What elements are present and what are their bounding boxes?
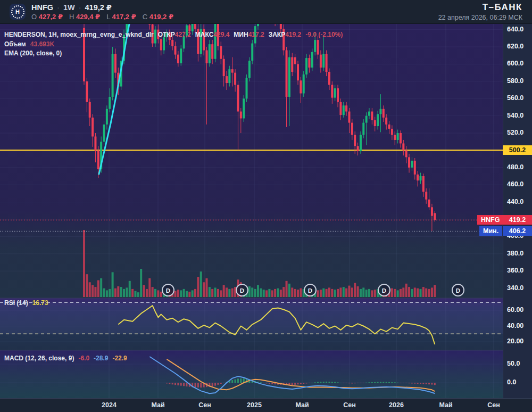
price-tick-label: 620.0: [503, 43, 532, 50]
volume-bar: [214, 287, 217, 297]
volume-bar: [106, 290, 108, 297]
macd-histogram-bar: [271, 383, 273, 384]
volume-legend-row[interactable]: Объем 43.693K: [4, 40, 54, 48]
volume-bar: [362, 287, 364, 297]
time-tick-label: 2024: [102, 401, 117, 409]
candle-body: [354, 135, 356, 146]
volume-bar: [280, 290, 282, 297]
volume-bar: [394, 289, 396, 297]
candle-body: [345, 105, 347, 111]
volume-bar: [203, 282, 205, 297]
volume-bar: [103, 289, 105, 297]
low-field-label: МИН: [234, 31, 248, 38]
macd-histogram-bar: [169, 383, 170, 384]
macd-histogram-bar: [369, 382, 370, 383]
candle-body: [180, 48, 182, 63]
volume-bar: [92, 285, 94, 297]
macd-tick-label: 0.0: [503, 378, 532, 386]
candle-body: [351, 123, 353, 135]
price-tick-label: 440.0: [503, 198, 532, 205]
volume-bar: [348, 286, 350, 297]
volume-bar: [391, 289, 393, 297]
candle-body: [112, 54, 114, 97]
volume-bar: [192, 290, 194, 297]
macd-line-value: -28.9: [94, 355, 108, 362]
candle-body: [343, 105, 345, 115]
volume-bar: [434, 285, 436, 297]
macd-histogram-bar: [391, 382, 393, 383]
volume-value: 43.693K: [30, 40, 54, 48]
volume-bar: [211, 289, 213, 297]
volume-bar: [220, 290, 222, 297]
price-axis[interactable]: 640.0620.0600.0580.0560.0540.0520.0480.0…: [503, 24, 532, 398]
candle-body: [425, 192, 427, 200]
volume-bar: [152, 287, 154, 297]
volume-bar: [417, 289, 419, 297]
candle-body: [402, 143, 404, 150]
dividend-marker-letter: D: [166, 287, 170, 294]
candle-body: [408, 157, 410, 167]
high-field-label: МАКС: [195, 31, 214, 38]
rsi-legend-row[interactable]: RSI (14) 16.73: [4, 299, 48, 307]
macd-histogram-bar: [235, 380, 236, 383]
candle-body: [246, 78, 248, 98]
volume-bar: [300, 289, 302, 297]
macd-histogram-bar: [240, 378, 242, 383]
volume-bar: [271, 290, 273, 297]
volume-bar: [277, 289, 279, 297]
macd-legend-row[interactable]: MACD (12, 26, close, 9) -6.0 -28.9 -22.9: [4, 355, 127, 362]
volume-bar: [228, 289, 230, 297]
macd-histogram-bar: [263, 383, 264, 383]
volume-bar: [343, 287, 345, 297]
candle-body: [171, 40, 173, 46]
volume-bar: [326, 289, 328, 297]
volume-bar: [414, 287, 416, 297]
candle-body: [348, 112, 350, 123]
candle-body: [391, 129, 393, 135]
candle-body: [317, 40, 319, 55]
time-tick-label: Сен: [198, 401, 211, 409]
ohlc-row: O 427,2 ₽ H 429,4 ₽ L 417,2 ₽ C 419,2 ₽: [31, 13, 173, 21]
macd-histogram-bar: [431, 383, 433, 385]
macd-histogram-bar: [383, 382, 384, 383]
volume-bar: [112, 272, 114, 297]
volume-bar: [402, 287, 404, 297]
volume-bar: [86, 274, 88, 297]
candle-body: [362, 123, 364, 135]
candle-body: [231, 69, 234, 72]
price-tick-label: 380.0: [503, 250, 532, 257]
macd-histogram-bar: [214, 383, 216, 386]
interval-label[interactable]: 1W: [63, 3, 75, 12]
volume-bar: [260, 289, 262, 297]
volume-bar: [100, 278, 102, 297]
candle-body: [385, 118, 387, 125]
macd-histogram-bar: [195, 383, 196, 388]
volume-bar: [217, 289, 219, 297]
candle-body: [360, 135, 362, 151]
macd-tick-label: 50.0: [503, 360, 532, 367]
macd-histogram-bar: [303, 383, 304, 384]
datetime-label: 22 апреля 2026, 06:29 МСК: [438, 14, 522, 21]
last-price-badge: 419.2: [503, 215, 532, 225]
candle-body: [331, 85, 333, 97]
last-price-tag: HNFG: [477, 215, 503, 225]
volume-bar: [400, 289, 402, 297]
candle-body: [160, 39, 162, 50]
candle-body: [114, 54, 117, 73]
series-legend-row[interactable]: HENDERSON, 1H, moex_mrng_evng_e_wknd_dlr…: [4, 31, 343, 38]
macd-histogram-bar: [183, 383, 185, 386]
high-key: H: [69, 13, 74, 21]
chart-plot-area[interactable]: DDDDD HENDERSON, 1H, moex_mrng_evng_e_wk…: [0, 24, 503, 398]
macd-histogram-bar: [177, 383, 179, 385]
volume-bar: [365, 290, 368, 297]
volume-bar: [294, 289, 296, 297]
time-axis[interactable]: 2024МайСен2025МайСен2026МайСен: [0, 398, 532, 412]
open-field-label: ОТКР: [158, 31, 175, 38]
price-tick-label: 600.0: [503, 60, 532, 67]
candle-body: [177, 55, 179, 63]
candle-body: [226, 76, 228, 83]
macd-histogram-bar: [300, 383, 302, 384]
ema-legend-row[interactable]: EMA (200, close, 0): [4, 50, 62, 57]
candle-body: [194, 24, 196, 29]
candlestick-chart-canvas[interactable]: DDDDD: [0, 24, 503, 398]
